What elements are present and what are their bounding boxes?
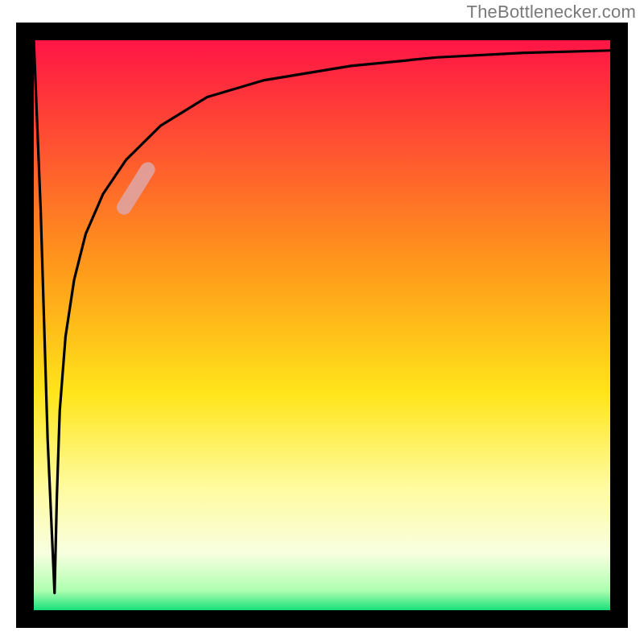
chart-svg: [0, 0, 644, 644]
chart-root: TheBottlenecker.com: [0, 0, 644, 644]
watermark-text: TheBottlenecker.com: [467, 2, 636, 23]
plot-background: [34, 40, 610, 610]
